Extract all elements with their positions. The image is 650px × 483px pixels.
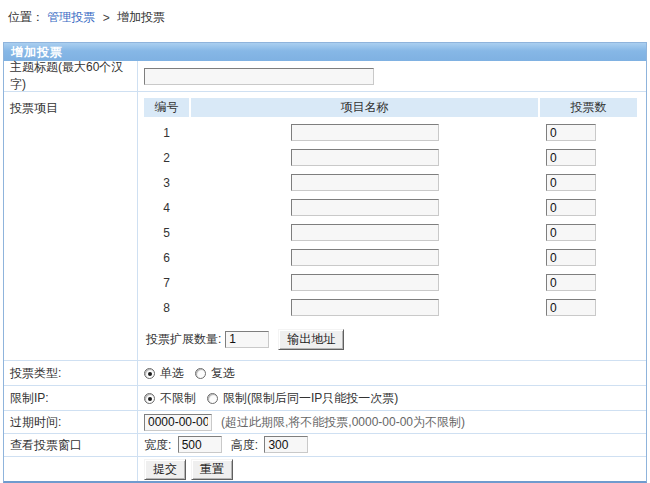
radio-ip-limited[interactable] bbox=[207, 393, 218, 404]
radio-ip-unlimited-label: 不限制 bbox=[160, 390, 196, 407]
table-row: 7 bbox=[144, 270, 637, 295]
table-row: 8 bbox=[144, 295, 637, 320]
table-row: 5 bbox=[144, 220, 637, 245]
topic-title-row: 主题标题(最大60个汉字) bbox=[4, 61, 646, 91]
item-name-input-5[interactable] bbox=[291, 224, 439, 241]
item-name-input-6[interactable] bbox=[291, 249, 439, 266]
radio-single-choice-label: 单选 bbox=[160, 365, 184, 382]
breadcrumb-link-manage-votes[interactable]: 管理投票 bbox=[47, 10, 95, 24]
window-height-label: 高度: bbox=[231, 438, 258, 452]
topic-title-label: 主题标题(最大60个汉字) bbox=[4, 61, 137, 91]
vote-type-row: 投票类型: 单选 复选 bbox=[4, 360, 646, 385]
limit-ip-row: 限制IP: 不限制 限制(限制后同一IP只能投一次票) bbox=[4, 385, 646, 410]
actions-row: 提交 重置 bbox=[4, 456, 646, 481]
radio-ip-limited-label: 限制(限制后同一IP只能投一次票) bbox=[223, 390, 398, 407]
expand-count-label: 投票扩展数量: bbox=[146, 331, 221, 348]
table-row: 6 bbox=[144, 245, 637, 270]
item-votes-input-1[interactable] bbox=[546, 124, 596, 141]
add-vote-panel: 增加投票 主题标题(最大60个汉字) 投票项目 编号 项目名称 投票数 1 bbox=[3, 42, 647, 483]
expire-time-row: 过期时间: (超过此期限,将不能投票,0000-00-00为不限制) bbox=[4, 410, 646, 433]
table-row: 4 bbox=[144, 195, 637, 220]
row-number: 1 bbox=[144, 126, 189, 140]
item-name-input-1[interactable] bbox=[291, 124, 439, 141]
column-header-number: 编号 bbox=[144, 98, 189, 117]
item-name-input-4[interactable] bbox=[291, 199, 439, 216]
row-number: 3 bbox=[144, 176, 189, 190]
view-window-row: 查看投票窗口 宽度: 高度: bbox=[4, 433, 646, 456]
row-number: 5 bbox=[144, 226, 189, 240]
expire-time-note: (超过此期限,将不能投票,0000-00-00为不限制) bbox=[221, 414, 465, 431]
limit-ip-label: 限制IP: bbox=[4, 386, 137, 410]
row-number: 6 bbox=[144, 251, 189, 265]
column-header-votes: 投票数 bbox=[540, 98, 637, 117]
expire-time-label: 过期时间: bbox=[4, 411, 137, 433]
vote-type-label: 投票类型: bbox=[4, 361, 137, 385]
breadcrumb-prefix: 位置： bbox=[8, 10, 44, 24]
topic-title-input[interactable] bbox=[144, 68, 374, 85]
radio-multi-choice[interactable] bbox=[195, 368, 206, 379]
breadcrumb-separator: > bbox=[103, 11, 110, 25]
expand-count-input[interactable] bbox=[225, 331, 269, 348]
view-window-label: 查看投票窗口 bbox=[4, 434, 137, 456]
item-name-input-7[interactable] bbox=[291, 274, 439, 291]
vote-items-table-header: 编号 项目名称 投票数 bbox=[144, 98, 637, 117]
window-height-group: 高度: bbox=[231, 436, 309, 454]
table-row: 3 bbox=[144, 170, 637, 195]
radio-ip-unlimited[interactable] bbox=[144, 393, 155, 404]
item-votes-input-3[interactable] bbox=[546, 174, 596, 191]
vote-items-row: 投票项目 编号 项目名称 投票数 1 2 bbox=[4, 91, 646, 360]
column-header-name: 项目名称 bbox=[191, 98, 538, 117]
table-row: 1 bbox=[144, 120, 637, 145]
breadcrumb-current: 增加投票 bbox=[117, 10, 165, 24]
radio-single-choice[interactable] bbox=[144, 368, 155, 379]
row-number: 7 bbox=[144, 276, 189, 290]
output-address-button[interactable]: 输出地址 bbox=[278, 329, 344, 350]
item-name-input-3[interactable] bbox=[291, 174, 439, 191]
item-votes-input-5[interactable] bbox=[546, 224, 596, 241]
expire-time-input[interactable] bbox=[144, 414, 212, 431]
item-name-input-8[interactable] bbox=[291, 299, 439, 316]
item-votes-input-4[interactable] bbox=[546, 199, 596, 216]
item-votes-input-2[interactable] bbox=[546, 149, 596, 166]
vote-items-table: 编号 项目名称 投票数 1 2 3 bbox=[144, 98, 637, 350]
item-name-input-2[interactable] bbox=[291, 149, 439, 166]
item-votes-input-7[interactable] bbox=[546, 274, 596, 291]
window-width-group: 宽度: bbox=[144, 436, 222, 454]
table-row: 2 bbox=[144, 145, 637, 170]
row-number: 2 bbox=[144, 151, 189, 165]
window-width-label: 宽度: bbox=[144, 438, 171, 452]
reset-button[interactable]: 重置 bbox=[191, 459, 233, 480]
actions-empty-label bbox=[4, 457, 137, 481]
breadcrumb: 位置： 管理投票 > 增加投票 bbox=[0, 0, 650, 42]
radio-multi-choice-label: 复选 bbox=[211, 365, 235, 382]
item-votes-input-6[interactable] bbox=[546, 249, 596, 266]
window-height-input[interactable] bbox=[264, 436, 308, 453]
expand-count-group: 投票扩展数量: 输出地址 bbox=[146, 328, 637, 350]
item-votes-input-8[interactable] bbox=[546, 299, 596, 316]
row-number: 8 bbox=[144, 301, 189, 315]
row-number: 4 bbox=[144, 201, 189, 215]
submit-button[interactable]: 提交 bbox=[144, 459, 186, 480]
window-width-input[interactable] bbox=[178, 436, 222, 453]
vote-items-label: 投票项目 bbox=[4, 92, 137, 360]
